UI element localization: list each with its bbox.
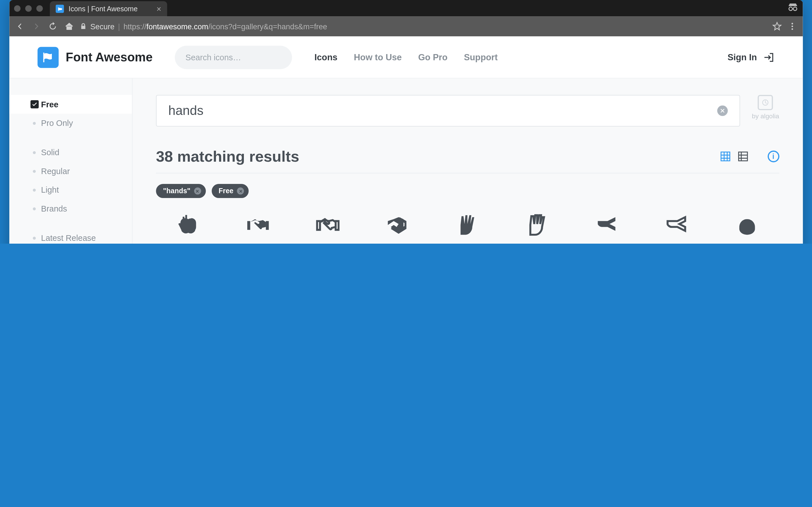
algolia-label: by algolia <box>752 112 779 119</box>
clear-search-button[interactable] <box>717 105 728 116</box>
sidebar-item-solid[interactable]: Solid <box>9 143 132 162</box>
nav-link-how[interactable]: How to Use <box>354 52 402 62</box>
brand[interactable]: Font Awesome <box>38 47 153 68</box>
main-content: by algolia 38 matching results i <box>133 78 803 244</box>
sidebar-item-brands[interactable]: Brands <box>9 199 132 218</box>
brand-name: Font Awesome <box>66 50 153 64</box>
main-search-input[interactable] <box>168 103 717 118</box>
handshake-icon <box>311 211 344 239</box>
nav-link-pro[interactable]: Go Pro <box>418 52 448 62</box>
url-path: /icons?d=gallery&q=hands&m=free <box>208 22 327 31</box>
divider <box>156 173 779 173</box>
sign-in-label: Sign In <box>727 52 757 62</box>
nav-link-support[interactable]: Support <box>464 52 498 62</box>
sidebar: FreePro OnlySolidRegularLightBrandsLates… <box>9 78 133 244</box>
browser-menu-icon[interactable] <box>786 22 798 31</box>
info-button[interactable]: i <box>767 151 779 163</box>
hand-rock-icon <box>731 211 763 239</box>
bullet-icon <box>33 207 36 210</box>
hand-spock-icon <box>521 211 554 239</box>
tab-favicon-icon <box>56 5 64 13</box>
hand-scissors-icon <box>661 211 694 239</box>
chip-remove-icon[interactable] <box>237 187 244 194</box>
url-host: fontawesome.com <box>146 22 208 31</box>
algolia-attribution: by algolia <box>752 95 779 119</box>
results-count: 38 matching results <box>156 148 299 166</box>
bullet-icon <box>33 188 36 191</box>
hand-spock-icon <box>451 211 484 239</box>
sidebar-item-label: Regular <box>41 166 70 176</box>
svg-point-1 <box>793 7 797 10</box>
sidebar-item-light[interactable]: Light <box>9 180 132 200</box>
chip-remove-icon[interactable] <box>194 187 201 194</box>
icon-label: hands <box>179 242 198 244</box>
back-button[interactable] <box>14 22 26 31</box>
sidebar-item-regular[interactable]: Regular <box>9 162 132 180</box>
icon-cell[interactable]: handsf4c2 <box>156 211 220 244</box>
list-view-button[interactable] <box>737 151 749 163</box>
hand-scissors-icon <box>591 211 624 239</box>
svg-rect-7 <box>739 152 747 161</box>
icon-label: hand-scissors <box>656 242 699 244</box>
window-controls[interactable] <box>14 5 43 11</box>
url-field[interactable]: Secure | https://fontawesome.com/icons?d… <box>80 22 781 31</box>
icon-cell[interactable]: hand-spockf259 <box>436 211 500 244</box>
header-search[interactable] <box>175 45 292 69</box>
nav-link-icons[interactable]: Icons <box>314 52 338 62</box>
icon-cell[interactable]: hand-scissorsf257 <box>575 211 640 244</box>
sidebar-item-pro-only[interactable]: Pro Only <box>9 114 132 133</box>
icon-label: hand-spock <box>519 242 556 244</box>
icon-cell[interactable]: hand-spockf259 <box>506 211 569 244</box>
bullet-icon <box>33 170 36 172</box>
main-search[interactable] <box>156 95 740 126</box>
reload-button[interactable] <box>47 22 59 31</box>
hands-helping-icon <box>381 211 414 239</box>
sign-in-icon <box>763 51 774 63</box>
bullet-icon <box>33 151 36 154</box>
bullet-icon <box>33 122 36 124</box>
url-scheme: https:// <box>123 22 146 31</box>
bullet-icon <box>33 236 36 239</box>
home-button[interactable] <box>63 22 75 31</box>
sidebar-item-latest-release[interactable]: Latest Release <box>9 228 132 244</box>
icon-cell[interactable]: handshakef2b5 <box>226 211 290 244</box>
chip-label: Free <box>218 187 234 195</box>
browser-tab[interactable]: Icons | Font Awesome × <box>50 1 167 16</box>
handshake-icon <box>241 211 274 239</box>
icon-cell[interactable]: hands-helpingf4c4 <box>366 211 430 244</box>
icon-label: hand-scissors <box>586 242 629 244</box>
top-nav: Font Awesome Icons How to Use Go Pro Sup… <box>9 36 802 78</box>
brand-logo-icon <box>38 47 59 68</box>
icon-label: handshake <box>241 242 275 244</box>
icon-cell[interactable]: hand-scissorsf257 <box>645 211 709 244</box>
sign-in-button[interactable]: Sign In <box>727 51 774 63</box>
header-search-input[interactable] <box>186 52 288 62</box>
algolia-icon <box>758 95 773 110</box>
hands-icon <box>172 211 204 239</box>
forward-button[interactable] <box>31 22 42 31</box>
icon-cell[interactable]: hand-rockf255 <box>715 211 779 244</box>
svg-point-3 <box>791 25 793 27</box>
icon-grid: handsf4c2handshakef2b5handshakef2b5hands… <box>156 211 779 244</box>
filter-chip[interactable]: "hands" <box>156 184 206 198</box>
chip-label: "hands" <box>163 187 190 195</box>
browser-tab-bar: Icons | Font Awesome × <box>9 0 802 16</box>
tab-close-icon[interactable]: × <box>156 4 161 13</box>
sidebar-item-label: Pro Only <box>41 118 73 128</box>
filter-chip[interactable]: Free <box>211 184 249 198</box>
icon-label: hand-spock <box>449 242 486 244</box>
svg-point-4 <box>791 29 793 30</box>
icon-label: hand-rock <box>731 242 763 244</box>
grid-view-button[interactable] <box>719 151 731 163</box>
icon-label: handshake <box>311 242 345 244</box>
sidebar-item-free[interactable]: Free <box>9 95 132 114</box>
sidebar-item-label: Light <box>41 185 59 194</box>
icon-cell[interactable]: handshakef2b5 <box>296 211 360 244</box>
svg-rect-6 <box>721 152 730 161</box>
sidebar-item-label: Free <box>41 100 59 109</box>
tab-title: Icons | Font Awesome <box>68 5 138 13</box>
check-icon <box>31 100 39 108</box>
incognito-icon <box>788 3 798 13</box>
bookmark-star-icon[interactable] <box>772 22 781 31</box>
sidebar-item-label: Latest Release <box>41 233 96 242</box>
